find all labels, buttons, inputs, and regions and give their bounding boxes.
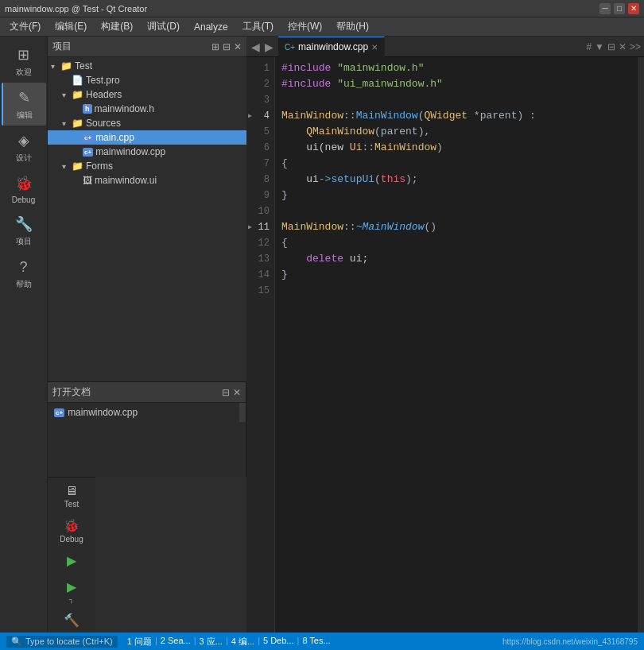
statusbar-item-0[interactable]: 1 问题 bbox=[124, 636, 155, 648]
run-button[interactable]: ▶ bbox=[49, 550, 94, 573]
sidebar-item-help[interactable]: ? 帮助 bbox=[2, 252, 46, 295]
sidebar-item-project[interactable]: 🔧 项目 bbox=[2, 209, 46, 252]
titlebar-title: mainwindow.cpp @ Test - Qt Creator bbox=[5, 4, 147, 14]
build-icon: 🔨 bbox=[64, 613, 80, 628]
menu-item-h[interactable]: 帮助(H) bbox=[330, 18, 375, 35]
token: MainWindow bbox=[356, 108, 418, 124]
run-debug-button[interactable]: ▶ ┐ bbox=[49, 576, 94, 606]
code-line-8: ui->setupUi(this); bbox=[281, 172, 631, 188]
debug-item[interactable]: 🐞 Debug bbox=[49, 515, 94, 547]
sidebar-item-edit[interactable]: ✎ 编辑 bbox=[2, 83, 46, 126]
statusbar: 🔍 Type to locate (Ctrl+K) 1 问题|2 Sea...|… bbox=[0, 633, 644, 650]
statusbar-item-5[interactable]: 8 Tes... bbox=[299, 636, 333, 648]
editor-tabs: ◀ ▶ C+ mainwindow.cpp ✕ # ▼ ⊟ ✕ >> bbox=[246, 37, 644, 57]
run-debug-suffix: ┐ bbox=[69, 596, 74, 603]
tree-item-sources[interactable]: ▾ 📁 Sources bbox=[48, 116, 246, 130]
token bbox=[281, 124, 306, 140]
menu-item-w[interactable]: 控件(W) bbox=[281, 18, 328, 35]
tree-item-test-pro[interactable]: 📄 Test.pro bbox=[48, 73, 246, 87]
line-numbers: 123456789101112131415 bbox=[246, 57, 275, 633]
sidebar-item-debug[interactable]: 🐞 Debug bbox=[2, 168, 46, 209]
tree-item-main-cpp[interactable]: c+ main.cpp bbox=[48, 130, 246, 145]
run-debug-icon: ▶ bbox=[67, 579, 76, 594]
sidebar-item-welcome[interactable]: ⊞ 欢迎 bbox=[2, 40, 46, 83]
token: ui bbox=[281, 172, 319, 188]
open-docs-split-icon[interactable]: ⊟ bbox=[222, 387, 230, 398]
editor-tab-mainwindow[interactable]: C+ mainwindow.cpp ✕ bbox=[278, 37, 385, 57]
build-button[interactable]: 🔨 bbox=[49, 609, 94, 633]
left-sidebar: ⊞ 欢迎 ✎ 编辑 ◈ 设计 🐞 Debug 🔧 项目 ? 帮助 bbox=[0, 37, 48, 633]
doc-item-mainwindow-cpp-doc[interactable]: c+ mainwindow.cpp bbox=[48, 404, 239, 420]
project-split-icon[interactable]: ⊟ bbox=[223, 41, 231, 52]
code-line-3 bbox=[281, 92, 631, 108]
project-close-icon[interactable]: ✕ bbox=[234, 41, 242, 52]
open-docs-header: 打开文档 ⊟ ✕ bbox=[48, 382, 246, 403]
code-content[interactable]: #include "mainwindow.h"#include "ui_main… bbox=[275, 57, 638, 633]
statusbar-items: 1 问题|2 Sea...|3 应...|4 编...|5 Deb...|8 T… bbox=[124, 636, 496, 648]
code-editor[interactable]: 123456789101112131415 #include "mainwind… bbox=[246, 57, 644, 633]
token: () bbox=[424, 219, 436, 235]
project-panel-title: 项目 bbox=[52, 40, 72, 53]
project-and-open: 项目 ⊞ ⊟ ✕ ▾ 📁 Test 📄 Test.pro ▾ 📁 Headers… bbox=[48, 37, 246, 633]
tree-item-headers[interactable]: ▾ 📁 Headers bbox=[48, 87, 246, 102]
tab-split-button[interactable]: ⊟ bbox=[607, 41, 615, 52]
code-line-13: delete ui; bbox=[281, 251, 631, 267]
tab-close-all-button[interactable]: ✕ bbox=[619, 41, 627, 52]
token: (parent), bbox=[374, 124, 430, 140]
minimize-button[interactable]: ─ bbox=[599, 3, 611, 14]
sidebar-label-design: 设计 bbox=[16, 153, 32, 164]
tab-close-button[interactable]: ✕ bbox=[371, 43, 378, 52]
line-num-13: 13 bbox=[246, 251, 274, 267]
kit-label: Test bbox=[64, 500, 79, 509]
folder-icon-test-root: 📁 bbox=[60, 60, 72, 72]
nav-back-button[interactable]: ◀ bbox=[250, 41, 262, 53]
tab-menu-button[interactable]: ▼ bbox=[595, 41, 604, 52]
token: this bbox=[381, 172, 405, 188]
token: ( bbox=[418, 108, 425, 124]
tree-item-mainwindow-cpp[interactable]: c+ mainwindow.cpp bbox=[48, 145, 246, 159]
edit-icon: ✎ bbox=[14, 87, 35, 108]
tree-item-test-root[interactable]: ▾ 📁 Test bbox=[48, 59, 246, 73]
menu-item-f[interactable]: 文件(F) bbox=[3, 18, 47, 35]
nav-forward-button[interactable]: ▶ bbox=[263, 41, 275, 53]
tree-item-forms[interactable]: ▾ 📁 Forms bbox=[48, 159, 246, 173]
line-num-9: 9 bbox=[246, 188, 274, 203]
editor-tab-actions: # ▼ ⊟ ✕ >> bbox=[583, 41, 644, 52]
sidebar-item-design[interactable]: ◈ 设计 bbox=[2, 126, 46, 168]
open-docs-close-icon[interactable]: ✕ bbox=[233, 387, 241, 398]
code-line-15 bbox=[281, 283, 631, 299]
close-button[interactable]: ✕ bbox=[628, 3, 639, 14]
token: ui; bbox=[343, 251, 368, 267]
editor-scrollbar[interactable] bbox=[638, 57, 644, 633]
menu-item-analyze[interactable]: Analyze bbox=[188, 20, 235, 34]
tab-overflow-button[interactable]: >> bbox=[630, 41, 641, 52]
menu-item-b[interactable]: 构建(B) bbox=[95, 18, 139, 35]
token: ~MainWindow bbox=[356, 219, 425, 235]
statusbar-item-3[interactable]: 4 编... bbox=[228, 636, 258, 648]
maximize-button[interactable]: □ bbox=[614, 3, 625, 14]
debug-icon: 🐞 bbox=[64, 518, 80, 533]
tree-label-mainwindow-cpp: mainwindow.cpp bbox=[95, 146, 165, 157]
project-filter-icon[interactable]: ⊞ bbox=[211, 41, 219, 52]
menu-item-e[interactable]: 编辑(E) bbox=[48, 18, 93, 35]
token: Ui bbox=[350, 140, 363, 156]
line-num-8: 8 bbox=[246, 172, 274, 188]
tab-hash-button[interactable]: # bbox=[586, 41, 592, 52]
menu-item-t[interactable]: 工具(T) bbox=[236, 18, 280, 35]
tree-item-mainwindow-h[interactable]: h mainwindow.h bbox=[48, 102, 246, 116]
tree-item-mainwindow-ui[interactable]: 🖼 mainwindow.ui bbox=[48, 173, 246, 188]
statusbar-item-1[interactable]: 2 Sea... bbox=[157, 636, 194, 648]
open-docs-scrollbar[interactable] bbox=[239, 403, 246, 422]
code-line-1: #include "mainwindow.h" bbox=[281, 60, 631, 76]
code-line-2: #include "ui_mainwindow.h" bbox=[281, 76, 631, 92]
kit-item[interactable]: 🖥 Test bbox=[49, 481, 94, 512]
statusbar-item-2[interactable]: 3 应... bbox=[196, 636, 226, 648]
inner-layout: ⊞ 欢迎 ✎ 编辑 ◈ 设计 🐞 Debug 🔧 项目 ? 帮助 项目 ⊞ ⊟ … bbox=[0, 37, 644, 633]
code-line-11: MainWindow::~MainWindow() bbox=[281, 219, 631, 235]
menu-item-d[interactable]: 调试(D) bbox=[141, 18, 186, 35]
token: setupUi bbox=[331, 172, 374, 188]
search-placeholder[interactable]: Type to locate (Ctrl+K) bbox=[25, 636, 113, 646]
statusbar-url: https://blog.csdn.net/weixin_43168795 bbox=[502, 637, 638, 646]
statusbar-item-4[interactable]: 5 Deb... bbox=[260, 636, 297, 648]
token: delete bbox=[306, 251, 343, 267]
